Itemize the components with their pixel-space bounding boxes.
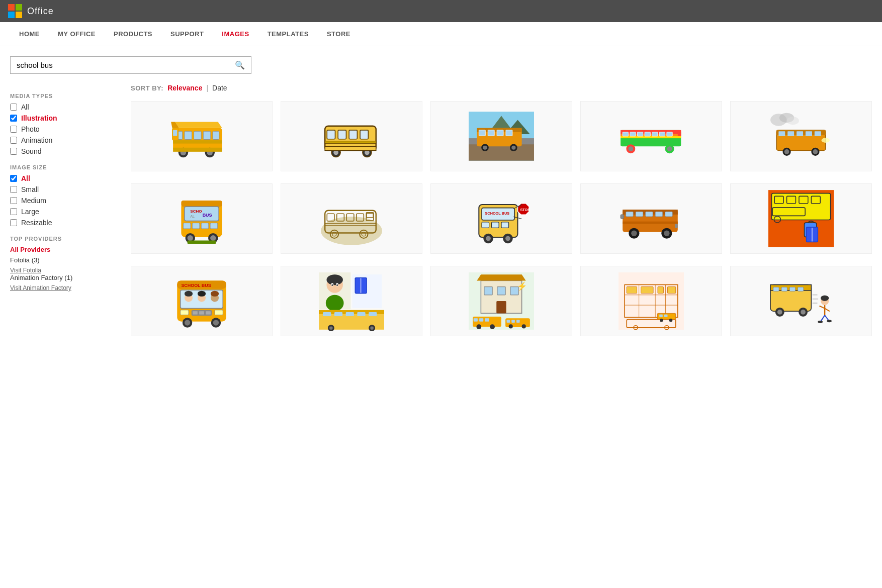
image-size-all[interactable]: All [10,174,121,182]
image-size-checkbox-resizable[interactable] [10,219,17,226]
nav-item-home[interactable]: HOME [10,22,49,46]
image-card-bus10[interactable] [730,183,872,254]
image-card-bus7[interactable] [281,183,422,254]
provider-fotolia--3-[interactable]: Fotolia (3) [10,256,121,264]
image-card-bus2[interactable] [281,101,422,171]
svg-rect-205 [516,320,520,323]
sort-relevance[interactable]: Relevance [167,84,202,92]
search-button[interactable]: 🔍 [229,57,251,73]
image-size-checkbox-large[interactable] [10,208,17,215]
svg-rect-23 [349,130,357,139]
image-size-title: IMAGE SIZE [10,164,121,170]
svg-rect-79 [185,207,219,221]
svg-rect-3 [16,12,22,18]
image-card-bus14[interactable] [580,266,722,336]
image-size-large[interactable]: Large [10,208,121,216]
svg-point-169 [331,284,333,286]
svg-point-171 [336,284,338,286]
nav-item-images[interactable]: IMAGES [213,22,258,46]
provider-link-fotolia--3-[interactable]: Visit Fotolia [10,267,121,274]
svg-rect-230 [781,287,787,291]
media-type-sound[interactable]: Sound [10,147,121,155]
media-type-checkbox-animation[interactable] [10,137,17,144]
svg-point-112 [486,236,491,241]
image-card-bus9[interactable] [580,183,722,254]
svg-rect-69 [797,131,803,136]
nav-item-store[interactable]: STORE [318,22,360,46]
svg-rect-0 [8,4,15,11]
svg-rect-2 [8,12,15,18]
svg-rect-199 [485,318,489,322]
search-section: 🔍 [0,46,882,79]
svg-rect-78 [181,200,222,206]
media-type-photo[interactable]: Photo [10,125,121,133]
provider-all-providers[interactable]: All Providers [10,246,121,253]
image-card-bus1[interactable] [131,101,273,171]
svg-rect-71 [815,131,821,136]
media-type-checkbox-photo[interactable] [10,126,17,133]
nav-item-products[interactable]: PRODUCTS [105,22,161,46]
svg-point-154 [211,291,219,297]
svg-rect-55 [659,132,665,136]
svg-text:BUS: BUS [203,213,212,218]
svg-point-90 [210,235,216,241]
svg-rect-85 [201,223,209,228]
image-size-small[interactable]: Small [10,185,121,193]
provider-link-animation-factory--1-[interactable]: Visit Animation Factory [10,284,121,291]
svg-point-64 [787,117,799,125]
image-size-checkbox-all[interactable] [10,175,17,182]
svg-rect-194 [496,301,506,313]
image-card-bus8[interactable]: SCHOOL BUS STOP [430,183,572,254]
svg-rect-70 [806,131,812,136]
media-type-all[interactable]: All [10,103,121,111]
image-card-bus3[interactable] [430,101,572,171]
svg-rect-217 [658,287,663,293]
svg-rect-215 [627,287,637,293]
media-type-checkbox-illustration[interactable] [10,115,17,122]
svg-point-236 [801,310,806,315]
nav-item-support[interactable]: SUPPORT [161,22,213,46]
image-size-resizable[interactable]: Resizable [10,219,121,227]
svg-rect-110 [501,222,509,228]
svg-rect-84 [192,223,200,228]
svg-point-114 [505,236,510,241]
svg-rect-17 [173,130,177,136]
svg-point-162 [185,320,190,325]
image-card-bus12[interactable] [281,266,422,336]
image-card-bus15[interactable] [730,266,872,336]
nav-item-my-office[interactable]: MY OFFICE [49,22,105,46]
svg-rect-179 [323,312,331,316]
media-type-checkbox-all[interactable] [10,104,17,111]
image-card-bus13[interactable]: ⚡ [430,266,572,336]
svg-rect-1 [16,4,22,11]
sort-date[interactable]: Date [212,84,227,92]
svg-marker-190 [477,274,526,280]
nav-item-templates[interactable]: TEMPLATES [258,22,318,46]
image-size-checkbox-small[interactable] [10,186,17,193]
svg-rect-156 [193,311,198,315]
svg-rect-180 [334,312,342,316]
image-card-bus6[interactable]: SCHO AL BUS [131,183,273,254]
svg-rect-7 [194,131,202,139]
image-size-medium[interactable]: Medium [10,197,121,205]
svg-rect-86 [210,223,218,228]
svg-rect-157 [199,311,204,315]
svg-rect-83 [183,223,191,228]
svg-rect-15 [173,148,222,152]
image-card-bus4[interactable] [580,101,722,171]
image-card-bus11[interactable]: SCHOOL BUS [131,266,273,336]
media-type-animation[interactable]: Animation [10,136,121,144]
provider-animation-factory--1-[interactable]: Animation Factory (1) [10,274,121,281]
image-size-label-resizable: Resizable [21,219,52,227]
svg-point-76 [822,138,830,143]
media-types-list: AllIllustrationPhotoAnimationSound [10,103,121,155]
media-type-label-illustration: Illustration [21,114,57,122]
search-input[interactable] [11,57,229,73]
image-size-label-all: All [21,174,30,182]
media-type-checkbox-sound[interactable] [10,148,17,155]
svg-rect-6 [185,131,192,139]
image-card-bus5[interactable] [730,101,872,171]
image-size-checkbox-medium[interactable] [10,197,17,204]
media-type-illustration[interactable]: Illustration [10,114,121,122]
media-type-label-all: All [21,103,29,111]
